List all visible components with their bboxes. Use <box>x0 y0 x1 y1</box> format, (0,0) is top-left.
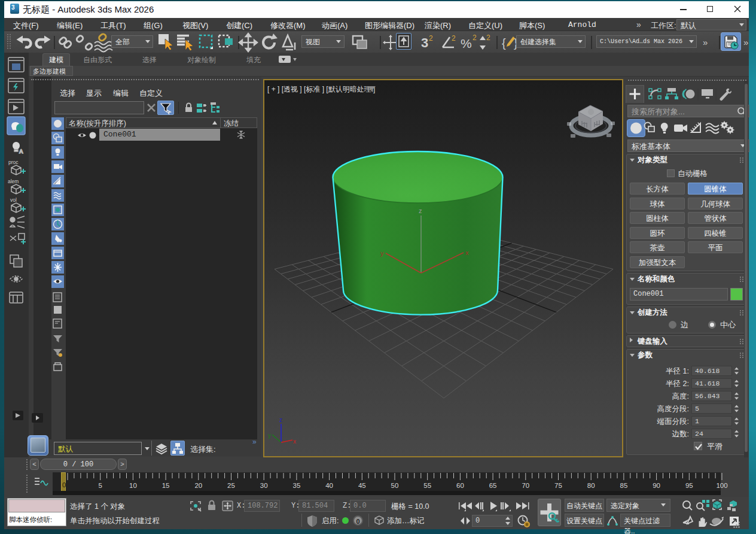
svg-text:70: 70 <box>522 482 529 489</box>
svg-text:»: » <box>703 37 708 47</box>
svg-text:65: 65 <box>489 482 497 489</box>
svg-text:vol: vol <box>10 197 17 203</box>
svg-text:75: 75 <box>554 482 562 489</box>
svg-text:»: » <box>743 37 748 47</box>
svg-text:50: 50 <box>391 482 399 489</box>
svg-text:80: 80 <box>587 482 595 489</box>
svg-text:60: 60 <box>456 482 464 489</box>
svg-text:5: 5 <box>98 482 102 489</box>
svg-text:90: 90 <box>653 482 660 489</box>
svg-text:y: y <box>380 250 384 257</box>
svg-text:z: z <box>279 417 282 423</box>
svg-text:10: 10 <box>129 482 137 489</box>
svg-text:35: 35 <box>293 482 301 489</box>
svg-text:30: 30 <box>260 482 268 489</box>
svg-text:2: 2 <box>429 34 433 43</box>
svg-text:x: x <box>293 438 296 445</box>
svg-text:x: x <box>465 249 469 256</box>
svg-text:2: 2 <box>472 34 477 42</box>
svg-text:15: 15 <box>162 482 170 489</box>
svg-text:%: % <box>461 37 472 50</box>
svg-text:y: y <box>268 432 271 439</box>
svg-text:z: z <box>419 207 422 214</box>
svg-text:100: 100 <box>716 482 727 489</box>
svg-text:2: 2 <box>486 34 490 42</box>
svg-text:55: 55 <box>423 482 431 489</box>
svg-text:alem: alem <box>8 178 19 184</box>
svg-text:3: 3 <box>421 35 428 50</box>
svg-text:20: 20 <box>194 482 202 489</box>
svg-text:25: 25 <box>227 482 235 489</box>
svg-text:95: 95 <box>685 482 693 489</box>
svg-text:45: 45 <box>358 482 366 489</box>
svg-text:85: 85 <box>620 482 628 489</box>
svg-text:A: A <box>19 148 23 154</box>
svg-text:40: 40 <box>325 482 333 489</box>
svg-text:{: { <box>502 37 506 50</box>
svg-text:2: 2 <box>452 34 456 43</box>
svg-text:proc: proc <box>8 159 19 165</box>
